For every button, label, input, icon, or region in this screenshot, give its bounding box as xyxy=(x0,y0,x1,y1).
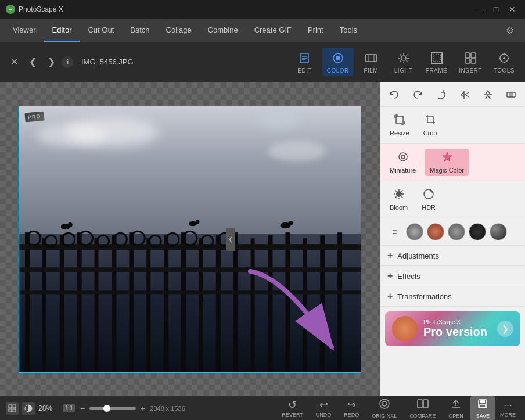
magic-color-button[interactable]: Magic Color xyxy=(425,149,469,176)
filter-circle-1[interactable] xyxy=(406,223,423,240)
close-file-button[interactable]: ✕ xyxy=(6,54,22,70)
svg-rect-43 xyxy=(181,232,186,372)
svg-point-71 xyxy=(68,222,73,227)
close-button[interactable]: ✕ xyxy=(505,2,519,16)
save-label: SAVE xyxy=(476,413,490,419)
zoom-plus-button[interactable]: + xyxy=(139,404,146,413)
redo-label: REDO xyxy=(344,412,359,418)
filter-circle-5[interactable] xyxy=(490,223,507,240)
resize-label: Resize xyxy=(390,130,409,137)
hdr-button[interactable]: HDR xyxy=(417,186,440,213)
zoom-minus-button[interactable]: − xyxy=(79,404,86,413)
effects-section[interactable]: + Effects xyxy=(380,266,525,286)
edit-icon xyxy=(297,50,313,66)
canvas-wrapper: PRO xyxy=(0,82,380,396)
zoom-thumb[interactable] xyxy=(103,405,110,412)
minimize-button[interactable]: — xyxy=(473,2,487,16)
svg-rect-7 xyxy=(366,55,376,62)
pro-big-text: Pro version xyxy=(423,325,487,339)
filter-circle-2[interactable] xyxy=(427,223,444,240)
svg-point-73 xyxy=(288,221,293,225)
collapse-handle[interactable]: ❮ xyxy=(226,228,235,251)
pro-banner[interactable]: PhotoScape X Pro version ❯ xyxy=(385,311,520,346)
zoom-level: 28% xyxy=(38,404,59,412)
straighten-button[interactable] xyxy=(502,85,520,104)
magic-color-label: Magic Color xyxy=(430,167,464,174)
nav-tools[interactable]: Tools xyxy=(332,19,365,42)
maximize-button[interactable]: □ xyxy=(489,2,503,16)
nav-editor[interactable]: Editor xyxy=(44,19,80,42)
app-icon xyxy=(6,5,15,14)
save-icon xyxy=(477,398,488,412)
bottom-actions: ↺ REVERT ↩ UNDO ↪ REDO ORIGINAL COMPARE xyxy=(276,396,519,421)
toolbar-row: ✕ ❮ ❯ ℹ IMG_5456.JPG EDIT COLOR xyxy=(0,42,525,82)
nav-collage[interactable]: Collage xyxy=(158,19,200,42)
original-button[interactable]: ORIGINAL xyxy=(366,396,402,421)
nav-batch[interactable]: Batch xyxy=(122,19,157,42)
filter-circle-4[interactable] xyxy=(469,223,486,240)
svg-line-20 xyxy=(406,55,407,56)
canvas-image[interactable]: PRO xyxy=(19,106,361,373)
rotate-cw-button[interactable] xyxy=(408,85,427,104)
tool-edit[interactable]: EDIT xyxy=(290,48,320,76)
svg-rect-24 xyxy=(465,53,470,58)
zoom-slider[interactable] xyxy=(89,407,136,410)
pro-banner-arrow[interactable]: ❯ xyxy=(497,321,513,337)
compare-button[interactable]: COMPARE xyxy=(404,396,441,421)
svg-point-82 xyxy=(396,191,402,197)
tool-film[interactable]: FILM xyxy=(356,48,386,76)
next-file-button[interactable]: ❯ xyxy=(43,54,59,70)
more-icon: ··· xyxy=(504,399,512,411)
rotate-ccw-button[interactable] xyxy=(385,85,404,104)
half-tone-icon[interactable] xyxy=(22,402,35,415)
frame-icon xyxy=(429,50,445,66)
bloom-button[interactable]: Bloom xyxy=(385,186,412,213)
transformations-label: Transformations xyxy=(397,292,451,301)
bloom-label: Bloom xyxy=(390,204,408,211)
svg-point-6 xyxy=(336,56,340,60)
svg-rect-49 xyxy=(285,232,290,372)
transformations-section[interactable]: + Transformations xyxy=(380,286,525,307)
nav-cutout[interactable]: Cut Out xyxy=(80,19,122,42)
grid-icon[interactable] xyxy=(6,402,19,415)
flip-v-button[interactable] xyxy=(479,85,497,104)
filter-list-icon[interactable]: ≡ xyxy=(386,224,402,240)
more-button[interactable]: ··· MORE xyxy=(497,397,519,419)
tool-tools[interactable]: TOOLS xyxy=(489,48,519,76)
bloom-icon xyxy=(393,188,405,203)
svg-rect-41 xyxy=(146,238,150,372)
effects-plus-icon: + xyxy=(387,271,393,281)
svg-rect-85 xyxy=(13,405,16,408)
revert-button[interactable]: ↺ REVERT xyxy=(276,397,308,419)
svg-rect-37 xyxy=(77,232,82,372)
main-area: PRO ❮ xyxy=(0,82,525,396)
filter-row: ≡ xyxy=(380,218,525,246)
nav-creategif[interactable]: Create GIF xyxy=(246,19,300,42)
svg-rect-27 xyxy=(471,59,476,63)
filter-circle-3[interactable] xyxy=(448,223,465,240)
undo-button[interactable]: ↩ UNDO xyxy=(310,397,337,419)
tool-color[interactable]: COLOR xyxy=(322,48,354,76)
rotate-cw2-button[interactable] xyxy=(431,85,450,104)
svg-rect-40 xyxy=(129,232,134,372)
svg-rect-91 xyxy=(418,400,422,408)
info-button[interactable]: ℹ xyxy=(62,56,73,68)
nav-viewer[interactable]: Viewer xyxy=(5,19,44,42)
tool-light[interactable]: LIGHT xyxy=(389,48,419,76)
open-button[interactable]: OPEN xyxy=(443,396,469,421)
tool-frame[interactable]: FRAME xyxy=(421,48,452,76)
crop-button[interactable]: Crop xyxy=(419,112,442,139)
open-label: OPEN xyxy=(448,413,463,419)
miniature-button[interactable]: Miniature xyxy=(385,149,420,176)
prev-file-button[interactable]: ❮ xyxy=(24,54,41,70)
redo-button[interactable]: ↪ REDO xyxy=(338,397,365,419)
nav-print[interactable]: Print xyxy=(300,19,332,42)
flip-h-button[interactable] xyxy=(455,85,474,104)
hdr-icon xyxy=(423,188,434,203)
nav-combine[interactable]: Combine xyxy=(200,19,246,42)
resize-button[interactable]: Resize xyxy=(385,112,414,139)
settings-icon[interactable]: ⚙ xyxy=(499,20,520,41)
adjustments-section[interactable]: + Adjustments xyxy=(380,246,525,266)
tool-insert[interactable]: INSERT xyxy=(454,48,487,76)
save-button[interactable]: SAVE xyxy=(470,396,495,421)
